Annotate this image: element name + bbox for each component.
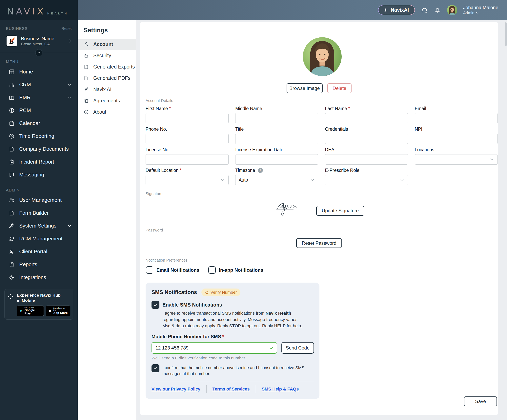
google-play-badge[interactable]: GET IT ONGoogle Play [17, 306, 44, 316]
user-avatar[interactable] [447, 5, 457, 15]
app-store-badge[interactable]: Download on theApp Store [46, 306, 70, 316]
sidebar: BUSINESS Reset B Business Name Costa Mes… [0, 20, 78, 420]
user-name: Johanna Malone [463, 5, 498, 10]
sidebar-item-incident-report[interactable]: Incident Report [0, 155, 78, 168]
sidebar-item-system-settings[interactable]: System Settings [0, 219, 78, 232]
sidebar-item-integrations[interactable]: Integrations [0, 271, 78, 284]
sidebar-item-messaging[interactable]: Messaging [0, 168, 78, 181]
email-notifications-option: Email Notifications [146, 266, 199, 274]
sidebar-item-label: Home [19, 69, 33, 75]
field-npi: NPI [415, 126, 498, 144]
chev-down-icon [67, 95, 72, 100]
calendar-icon [9, 120, 15, 126]
confirm-number-label: I confirm that the mobile number above i… [162, 364, 306, 377]
credentials-input[interactable] [325, 134, 408, 144]
sidebar-item-home[interactable]: Home [0, 65, 78, 78]
sidebar-item-time-reporting[interactable]: Time Reporting [0, 130, 78, 143]
sms-link-view-our-privacy-policy[interactable]: View our Privacy Policy [152, 386, 200, 392]
inapp-notifications-checkbox[interactable] [208, 266, 216, 274]
sms-link-terms-of-services[interactable]: Terms of Services [212, 386, 250, 392]
sidebar-item-user-management[interactable]: User Management [0, 194, 78, 207]
last-name-input[interactable] [325, 113, 408, 123]
email-notifications-checkbox[interactable] [146, 266, 153, 274]
file-text-icon [9, 146, 15, 152]
notifications-bell-icon[interactable] [434, 7, 441, 14]
business-reset-link[interactable]: Reset [61, 26, 72, 31]
google-play-bottom-text: Google Play [25, 308, 42, 315]
delete-image-button[interactable]: Delete [327, 83, 352, 93]
avatar-illustration [303, 37, 342, 76]
sidebar-item-rcm[interactable]: RCM [0, 104, 78, 117]
settings-nav-label: Security [93, 53, 111, 58]
settings-title: Settings [84, 27, 136, 34]
settings-nav-label: Agreements [93, 98, 120, 104]
field-e-prescribe-role: E-Prescribe Role [325, 168, 408, 185]
field-label-last-name: Last Name* [325, 106, 408, 111]
sidebar-item-emr[interactable]: EMR [0, 91, 78, 104]
navix-health-settings-page: { "brand": {"name": "NAVIX", "tagline": … [0, 0, 507, 420]
sidebar-item-form-builder[interactable]: Form Builder [0, 207, 78, 219]
field-dea: DEA [325, 147, 408, 165]
field-label-locations: Locations [415, 147, 498, 153]
sidebar-item-company-documents[interactable]: Company Documents [0, 143, 78, 155]
license-no-input[interactable] [146, 154, 229, 165]
e-prescribe-role-select[interactable] [325, 175, 408, 185]
verify-number-badge[interactable]: Verify Number [201, 288, 240, 296]
business-selector[interactable]: B Business Name Costa Mesa, CA [6, 35, 72, 47]
field-label-default-location: Default Location* [146, 168, 229, 173]
npi-input[interactable] [415, 134, 498, 144]
settings-nav-about[interactable]: About [78, 106, 136, 118]
collapse-business-button[interactable] [35, 49, 42, 56]
chev-down-icon [67, 224, 72, 228]
default-location-select[interactable] [146, 175, 229, 185]
file-lines-icon [84, 76, 89, 81]
settings-nav-generated-exports[interactable]: Generated Exports [78, 61, 136, 72]
timezone-select[interactable]: Auto [235, 175, 318, 185]
email-notifications-label: Email Notifications [156, 267, 199, 273]
browse-image-button[interactable]: Browse Image [287, 83, 323, 93]
sidebar-item-reports[interactable]: Reports [0, 258, 78, 271]
settings-nav-security[interactable]: Security [78, 50, 136, 61]
sidebar-item-calendar[interactable]: Calendar [0, 117, 78, 130]
sidebar-item-rcm-management[interactable]: RCM Management [0, 232, 78, 245]
settings-nav-agreements[interactable]: Agreements [78, 95, 136, 106]
sms-link-sms-help-faqs[interactable]: SMS Help & FAQs [262, 386, 299, 392]
enable-sms-checkbox[interactable] [152, 301, 159, 309]
sparkle-icon [383, 7, 388, 13]
sidebar-item-client-portal[interactable]: Client Portal [0, 245, 78, 258]
dea-input[interactable] [325, 154, 408, 165]
brand-logo: NAVIX HEALTH [0, 0, 78, 20]
settings-nav-generated-pdfs[interactable]: Generated PDFs [78, 72, 136, 84]
update-signature-button[interactable]: Update Signature [316, 206, 364, 216]
chev-down-icon [220, 177, 225, 182]
settings-nav-navix-ai[interactable]: Navix AI [78, 84, 136, 95]
mobile-phone-input[interactable] [152, 342, 277, 354]
field-label-timezone: Timezonei [235, 168, 318, 173]
headset-icon[interactable] [421, 7, 428, 14]
settings-nav-account[interactable]: Account [78, 39, 136, 50]
title-input[interactable] [235, 134, 318, 144]
reset-password-button[interactable]: Reset Password [296, 238, 342, 248]
send-code-button[interactable]: Send Code [282, 342, 314, 354]
scrollbar-thumb[interactable] [505, 22, 507, 46]
save-button[interactable]: Save [464, 396, 497, 406]
first-name-input[interactable] [146, 113, 229, 123]
user-info[interactable]: Johanna Malone Admin [463, 5, 498, 15]
settings-nav-label: Generated PDFs [93, 75, 131, 81]
verify-number-label: Verify Number [211, 290, 237, 295]
file-lines-icon [9, 210, 15, 216]
admin-section-label: ADMIN [0, 181, 78, 194]
locations-select[interactable] [415, 154, 498, 165]
app-store-bottom-text: App Store [53, 311, 68, 315]
navix-ai-button[interactable]: NavixAI [378, 5, 415, 15]
email-input[interactable] [415, 113, 498, 123]
field-last-name: Last Name* [325, 106, 408, 123]
chev-down-icon [67, 83, 72, 87]
confirm-number-checkbox[interactable] [152, 364, 159, 372]
middle-name-input[interactable] [235, 113, 318, 123]
promo-title-line1: Experience Navix Hub [17, 293, 61, 297]
person-arrow-icon [9, 249, 15, 255]
sidebar-item-crm[interactable]: CRM [0, 78, 78, 91]
license-expiration-date-input[interactable] [235, 154, 318, 165]
phone-no-input[interactable] [146, 134, 229, 144]
